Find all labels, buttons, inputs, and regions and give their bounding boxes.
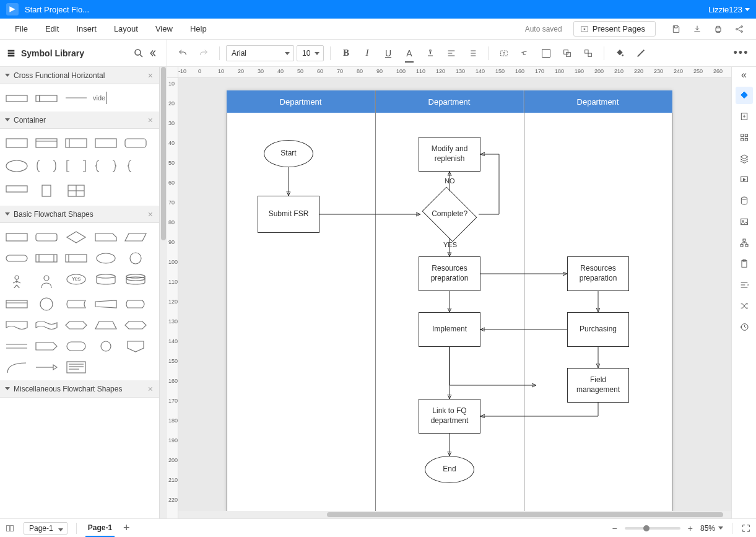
shape-tape[interactable] bbox=[33, 316, 59, 333]
panel-apps[interactable] bbox=[736, 129, 753, 146]
section-container[interactable]: Container× bbox=[0, 111, 159, 129]
panel-align[interactable] bbox=[736, 276, 753, 294]
node-end[interactable]: End bbox=[425, 456, 474, 483]
close-icon[interactable]: × bbox=[147, 115, 154, 125]
node-purchasing[interactable]: Purchasing bbox=[567, 312, 629, 347]
shape-terminator[interactable] bbox=[4, 249, 30, 266]
shape-rect[interactable] bbox=[4, 180, 30, 197]
shape-brace[interactable] bbox=[93, 155, 119, 176]
shape-trap[interactable] bbox=[93, 316, 119, 333]
menu-view[interactable]: View bbox=[147, 19, 181, 40]
shape-bracket[interactable] bbox=[33, 155, 59, 176]
swimlane-header[interactable]: Department bbox=[227, 90, 375, 113]
node-resprep2[interactable]: Resources preparation bbox=[567, 256, 629, 291]
close-icon[interactable]: × bbox=[147, 71, 154, 81]
swimlane-header[interactable]: Department bbox=[375, 90, 524, 113]
node-implement[interactable]: Implement bbox=[419, 312, 480, 347]
panel-history[interactable] bbox=[736, 318, 753, 336]
font-family-select[interactable]: Arial bbox=[226, 45, 294, 61]
shape-cylinder[interactable] bbox=[33, 180, 59, 201]
shape-ellipse[interactable] bbox=[93, 249, 119, 266]
shape-rect[interactable] bbox=[33, 134, 59, 151]
shape-manual[interactable] bbox=[93, 295, 119, 312]
swimlane-header[interactable]: Department bbox=[524, 90, 672, 113]
shape-predefined2[interactable] bbox=[63, 249, 89, 266]
more-button[interactable]: ••• bbox=[732, 46, 750, 59]
save-button[interactable] bbox=[668, 21, 684, 37]
shape-user[interactable] bbox=[33, 270, 59, 291]
menu-insert[interactable]: Insert bbox=[67, 19, 105, 40]
shape-circle[interactable] bbox=[33, 295, 59, 312]
page-tab[interactable]: Page-1 bbox=[85, 520, 115, 537]
font-size-select[interactable]: 10 bbox=[297, 45, 324, 61]
shape-process[interactable] bbox=[4, 228, 30, 245]
node-resprep1[interactable]: Resources preparation bbox=[419, 256, 480, 291]
bold-button[interactable]: B bbox=[337, 44, 355, 63]
group-button[interactable] bbox=[579, 44, 597, 63]
shape-bracket[interactable] bbox=[63, 155, 89, 176]
close-icon[interactable]: × bbox=[147, 209, 154, 219]
shape-display[interactable] bbox=[123, 295, 149, 312]
shape-rect[interactable] bbox=[63, 134, 89, 151]
canvas-area[interactable]: Department Department Department Start S… bbox=[178, 78, 731, 518]
download-button[interactable] bbox=[689, 21, 705, 37]
shape-database2[interactable] bbox=[123, 270, 149, 287]
user-menu[interactable]: Lizzie123 bbox=[708, 5, 750, 14]
highlight-button[interactable] bbox=[421, 44, 440, 63]
redo-button[interactable] bbox=[194, 44, 213, 63]
shape-lines[interactable] bbox=[4, 337, 30, 354]
node-complete[interactable]: Complete? bbox=[422, 186, 477, 242]
menu-layout[interactable]: Layout bbox=[105, 19, 147, 40]
shape-brace-single[interactable] bbox=[123, 155, 149, 176]
menu-help[interactable]: Help bbox=[181, 19, 215, 40]
shape-note[interactable] bbox=[63, 358, 89, 375]
shape-process-rounded[interactable] bbox=[33, 228, 59, 245]
shape-predefined[interactable] bbox=[33, 249, 59, 266]
shape-swimlane[interactable] bbox=[4, 89, 30, 107]
stroke-button[interactable] bbox=[632, 44, 650, 63]
section-cross-functional[interactable]: Cross Functional Horizontal× bbox=[0, 67, 159, 84]
shape-database[interactable] bbox=[93, 270, 119, 287]
panel-present[interactable] bbox=[736, 171, 753, 188]
shape-table[interactable] bbox=[63, 180, 89, 201]
shape-ellipse[interactable] bbox=[4, 155, 30, 176]
shape-arc[interactable] bbox=[4, 358, 30, 375]
italic-button[interactable]: I bbox=[358, 44, 376, 63]
align-button[interactable] bbox=[442, 44, 461, 63]
panel-export[interactable] bbox=[736, 108, 753, 125]
node-fieldmgmt[interactable]: Field management bbox=[567, 368, 629, 403]
collapse-right-icon[interactable]: « bbox=[741, 69, 747, 81]
textbox-button[interactable]: T bbox=[495, 44, 513, 63]
present-pages-button[interactable]: Present Pages bbox=[573, 21, 656, 37]
pages-icon[interactable] bbox=[5, 523, 15, 533]
page-select[interactable]: Page-1 bbox=[24, 522, 67, 535]
panel-clipboard[interactable] bbox=[736, 255, 753, 273]
panel-tree[interactable] bbox=[736, 234, 753, 251]
shape-hex[interactable] bbox=[63, 316, 89, 333]
shape-button[interactable] bbox=[558, 44, 576, 63]
panel-image[interactable] bbox=[736, 213, 753, 230]
node-submit[interactable]: Submit FSR bbox=[258, 196, 319, 233]
shape-vide[interactable]: vide bbox=[93, 89, 130, 107]
underline-button[interactable]: U bbox=[379, 44, 398, 63]
frame-button[interactable] bbox=[537, 44, 555, 63]
shape-doc[interactable] bbox=[4, 316, 30, 333]
shape-internal[interactable] bbox=[4, 295, 30, 312]
close-icon[interactable]: × bbox=[147, 384, 154, 394]
panel-style[interactable] bbox=[736, 87, 753, 104]
fullscreen-button[interactable] bbox=[741, 523, 751, 533]
section-misc-flowchart[interactable]: Miscellaneous Flowchart Shapes× bbox=[0, 380, 159, 398]
shape-hex2[interactable] bbox=[123, 316, 149, 333]
node-linkfq[interactable]: Link to FQ department bbox=[419, 399, 480, 434]
sidebar-scrollbar[interactable] bbox=[160, 67, 167, 518]
font-color-button[interactable]: A bbox=[400, 44, 419, 63]
shape-swimlane-header[interactable] bbox=[33, 89, 59, 107]
print-button[interactable] bbox=[710, 21, 726, 37]
canvas-h-scrollbar[interactable] bbox=[178, 511, 731, 518]
shape-card[interactable] bbox=[93, 228, 119, 245]
panel-shuffle[interactable] bbox=[736, 297, 753, 315]
node-start[interactable]: Start bbox=[264, 140, 313, 167]
connector-button[interactable] bbox=[516, 44, 534, 63]
shape-data[interactable] bbox=[123, 228, 149, 245]
collapse-left-icon[interactable] bbox=[149, 48, 160, 59]
